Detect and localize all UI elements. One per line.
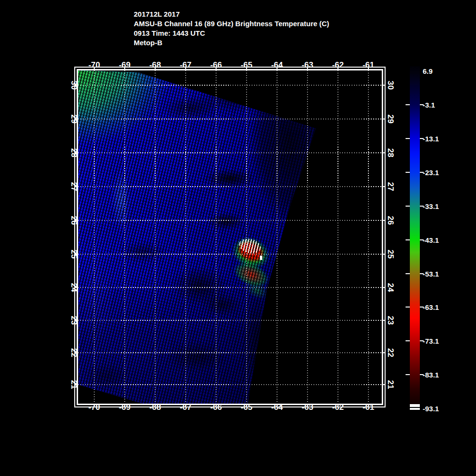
axis-tick-right [383,220,386,221]
axis-tick-top [307,67,308,70]
colorbar-tick-left [406,307,410,307]
lat-label-right: 21 [386,380,395,389]
colorbar-gradient [410,66,420,404]
colorbar-tick-left [406,239,410,240]
lon-label-bottom: -70 [89,403,100,412]
axis-tick-left [75,352,78,353]
axis-tick-right [383,254,386,255]
axis-tick-right [383,384,386,385]
colorbar-tick-label: -13.1 [423,135,439,143]
colorbar-tick-right [420,273,424,274]
title-line-storm-id: 201712L 2017 [134,10,329,19]
lat-label-right: 29 [386,115,395,124]
axis-tick-top [155,67,156,70]
axis-tick-left [75,254,78,255]
colorbar-tick-left [406,273,410,274]
lat-label-right: 24 [386,283,395,292]
axis-tick-right [383,287,386,288]
colorbar-tick-right [420,172,424,173]
colorbar-tick-label: -53.1 [423,270,439,278]
axis-tick-top [124,67,125,70]
axis-tick-left [75,320,78,321]
colorbar-tick-label: -73.1 [423,337,439,345]
axis-tick-top [185,67,186,70]
axis-tick-left [75,384,78,385]
lon-label-bottom: -61 [363,403,375,412]
lat-label-right: 27 [386,182,395,191]
axis-tick-left [75,119,78,119]
axis-tick-left [75,152,78,153]
colorbar-tick-right [420,374,424,375]
colorbar-tick-left [406,340,410,341]
lon-label-bottom: -63 [302,403,314,412]
colorbar-tick-label: -93.1 [423,405,439,413]
axis-tick-left [75,220,78,221]
axis-tick-top [94,67,95,70]
lon-label-bottom: -68 [149,403,161,412]
lat-label-right: 30 [386,81,395,90]
lon-label-bottom: -65 [241,403,253,412]
title-block: 201712L 2017 AMSU-B Channel 16 (89 GHz) … [134,10,329,48]
axis-tick-top [216,67,217,70]
axis-tick-top [337,67,338,70]
lon-label-bottom: -67 [180,403,192,412]
axis-tick-left [75,186,78,187]
plot-frame [77,69,383,405]
colorbar-tick-left [406,206,410,207]
colorbar-tick-left [406,138,410,139]
axis-tick-right [383,186,386,187]
colorbar-tick-left [406,104,410,105]
colorbar-tick-right [420,138,424,139]
axis-tick-right [383,352,386,353]
axis-tick-top [368,67,369,70]
axis-tick-top [277,67,278,70]
colorbar-tick-label: 6.9 [423,67,433,75]
colorbar-tick-right [420,206,424,207]
lon-label-bottom: -69 [119,403,131,412]
colorbar-tick-right [420,340,424,341]
colorbar-tick-label: -63.1 [423,303,439,311]
satellite-bt-plot: 201712L 2017 AMSU-B Channel 16 (89 GHz) … [0,0,476,476]
lat-label-right: 25 [386,250,395,259]
colorbar-end-line [410,408,420,410]
colorbar-tick-label: -23.1 [423,169,439,177]
lat-label-right: 22 [386,348,395,357]
title-line-channel: AMSU-B Channel 16 (89 GHz) Brightness Te… [134,19,329,29]
axis-tick-left [75,85,78,86]
lat-label-right: 23 [386,316,395,325]
lat-label-right: 26 [386,216,395,225]
axis-tick-right [383,119,386,119]
colorbar-tick-label: -33.1 [423,202,439,210]
axis-tick-right [383,152,386,153]
colorbar-tick-label: -3.1 [423,101,435,109]
colorbar-tick-right [420,239,424,240]
colorbar-offscale-white [410,404,420,407]
colorbar-tick-label: -43.1 [423,236,439,244]
title-line-time: 0913 Time: 1443 UTC [134,29,329,38]
axis-tick-right [383,320,386,321]
lat-label-right: 28 [386,149,395,158]
lon-label-bottom: -66 [210,403,222,412]
colorbar-tick-label: -83.1 [423,371,439,379]
lon-label-bottom: -64 [271,403,283,412]
colorbar-tick-left [406,374,410,375]
title-line-platform: Metop-B [134,38,329,48]
axis-tick-top [246,67,247,70]
colorbar-tick-right [420,307,424,307]
axis-tick-left [75,287,78,288]
lon-label-bottom: -62 [332,403,344,412]
axis-tick-right [383,85,386,86]
colorbar-tick-right [420,104,424,105]
colorbar-tick-left [406,172,410,173]
